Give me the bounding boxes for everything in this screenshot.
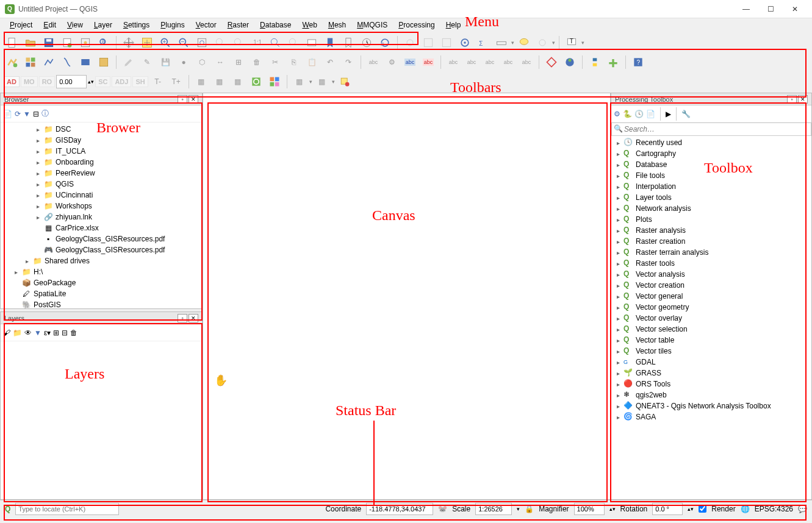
close-button[interactable]: ✕ bbox=[783, 1, 807, 18]
toolbox-item[interactable]: ▸QInterpolation bbox=[611, 181, 811, 192]
edit-button[interactable] bbox=[120, 54, 137, 71]
menu-mmqgis[interactable]: MMQGIS bbox=[352, 20, 392, 30]
browser-item[interactable]: ▦CarPrice.xlsx bbox=[1, 222, 202, 233]
tb3-colors-button[interactable] bbox=[266, 73, 283, 90]
toolbox-options-icon[interactable]: 🔧 bbox=[681, 110, 691, 118]
browser-item[interactable]: ▸📁Onboarding bbox=[1, 157, 202, 168]
new-map-view-button[interactable] bbox=[303, 34, 320, 51]
pan-button[interactable] bbox=[120, 34, 137, 51]
toolbox-item[interactable]: ▸QRaster creation bbox=[611, 236, 811, 247]
menu-web[interactable]: Web bbox=[297, 20, 322, 30]
identify-button[interactable]: a bbox=[95, 34, 112, 51]
label-abc2-button[interactable]: abc bbox=[401, 54, 419, 71]
browser-item[interactable]: ▸📁QGIS bbox=[1, 179, 202, 190]
zoom-layer-button[interactable] bbox=[230, 34, 247, 51]
redo-button[interactable]: ↷ bbox=[340, 54, 357, 71]
label-tool-5[interactable]: abc bbox=[518, 54, 535, 71]
browser-item[interactable]: 📦GeoPackage bbox=[1, 277, 202, 288]
layers-collapse-icon[interactable]: ⊟ bbox=[62, 329, 68, 337]
browser-item[interactable]: ▪GeologyClass_GISResources.pdf bbox=[1, 233, 202, 244]
tb3-btn-1[interactable]: ▦ bbox=[193, 73, 210, 90]
filter-browser-icon[interactable]: ▼ bbox=[23, 110, 31, 118]
tb3-green-button[interactable] bbox=[248, 73, 265, 90]
menu-plugins[interactable]: Plugins bbox=[156, 20, 189, 30]
refresh-browser-icon[interactable]: ⟳ bbox=[15, 110, 21, 118]
toolbox-item[interactable]: ▸QVector table bbox=[611, 335, 811, 346]
browser-close-button[interactable]: ✕ bbox=[189, 95, 198, 104]
new-virtual-button[interactable] bbox=[95, 54, 112, 71]
layers-close-button[interactable]: ✕ bbox=[189, 314, 198, 322]
toolbox-close-button[interactable]: ✕ bbox=[798, 95, 808, 104]
layers-remove-icon[interactable]: 🗑 bbox=[70, 329, 77, 337]
tb3-btn-3[interactable]: ▦ bbox=[229, 73, 246, 90]
menu-mesh[interactable]: Mesh bbox=[323, 20, 351, 30]
label-config-button[interactable]: ⚙ bbox=[383, 54, 400, 71]
browser-item[interactable]: ▸📁GISDay bbox=[1, 135, 202, 146]
new-project-button[interactable] bbox=[4, 34, 21, 51]
processing-toolbox-button[interactable] bbox=[456, 34, 473, 51]
browser-item[interactable]: 🎮GeologyClass_GISResources.pdf bbox=[1, 244, 202, 255]
browser-item[interactable]: ▸🔗zhiyuan.lnk bbox=[1, 212, 202, 222]
collapse-browser-icon[interactable]: ⊟ bbox=[33, 110, 39, 118]
t-minus-button[interactable]: T- bbox=[149, 73, 167, 90]
toolbox-item[interactable]: ▸QLayer tools bbox=[611, 192, 811, 203]
measure-button[interactable] bbox=[493, 34, 510, 51]
magnifier-input[interactable] bbox=[574, 503, 605, 515]
menu-edit[interactable]: Edit bbox=[38, 20, 61, 30]
browser-tree[interactable]: ▸📁DSC▸📁GISDay▸📁IT_UCLA▸📁Onboarding▸📁Peer… bbox=[1, 123, 202, 308]
new-geopackage-button[interactable] bbox=[77, 54, 94, 71]
toolbox-search-input[interactable] bbox=[611, 123, 811, 136]
field-calc-button[interactable] bbox=[438, 34, 455, 51]
undo-button[interactable]: ↶ bbox=[322, 54, 339, 71]
t-plus-button[interactable]: T+ bbox=[168, 73, 185, 90]
menu-help[interactable]: Help bbox=[441, 20, 466, 30]
zoom-native-button[interactable]: 1:1 bbox=[248, 34, 265, 51]
toolbox-item[interactable]: ▸QRaster analysis bbox=[611, 225, 811, 236]
label-tool-1[interactable]: abc bbox=[445, 54, 462, 71]
browser-item[interactable]: ▸📁Shared drives bbox=[1, 255, 202, 266]
refresh-button[interactable] bbox=[376, 34, 393, 51]
toolbox-item[interactable]: ▸🔷QNEAT3 - Qgis Network Analysis Toolbox bbox=[611, 400, 811, 411]
tb3-copy-button[interactable] bbox=[336, 73, 353, 90]
offset-input[interactable] bbox=[56, 75, 87, 88]
add-layer-icon[interactable]: 📄 bbox=[3, 110, 12, 118]
new-print-layout-button[interactable] bbox=[59, 34, 76, 51]
toolbox-edit-icon[interactable]: ▶ bbox=[666, 110, 671, 118]
label-abc1-button[interactable]: abc bbox=[365, 54, 382, 71]
zoom-in-button[interactable] bbox=[157, 34, 174, 51]
rotation-input[interactable] bbox=[652, 503, 683, 515]
browser-item[interactable]: 🐘PostGIS bbox=[1, 299, 202, 308]
select-button[interactable] bbox=[534, 34, 551, 51]
osm-button[interactable] bbox=[561, 54, 578, 71]
browser-item[interactable]: ▸📁UCincinnati bbox=[1, 190, 202, 201]
menu-layer[interactable]: Layer bbox=[89, 20, 117, 30]
label-tool-3[interactable]: abc bbox=[481, 54, 498, 71]
move-feature-button[interactable]: ↔ bbox=[212, 54, 229, 71]
browser-item[interactable]: ▸📁DSC bbox=[1, 124, 202, 135]
add-feature-button[interactable]: ● bbox=[175, 54, 192, 71]
toolbox-item[interactable]: ▸QVector overlay bbox=[611, 313, 811, 324]
digitize-button[interactable]: ⬡ bbox=[193, 54, 210, 71]
zoom-last-button[interactable] bbox=[267, 34, 284, 51]
toolbox-undock-button[interactable]: ▫ bbox=[787, 95, 797, 104]
bookmarks-button[interactable] bbox=[340, 34, 357, 51]
toggle-edit-button[interactable]: ✎ bbox=[138, 54, 156, 71]
locate-input[interactable] bbox=[15, 503, 119, 515]
zoom-selection-button[interactable] bbox=[212, 34, 229, 51]
layers-filter-icon[interactable]: ▼ bbox=[34, 329, 41, 337]
toolbox-item[interactable]: ▸QRaster tools bbox=[611, 258, 811, 269]
tb3-btn-5[interactable]: ▦ bbox=[314, 73, 331, 90]
layers-undock-button[interactable]: ▫ bbox=[178, 314, 187, 322]
toolbox-item[interactable]: ▸🌱GRASS bbox=[611, 368, 811, 379]
label-abc3-button[interactable]: abc bbox=[420, 54, 437, 71]
blank-button[interactable] bbox=[648, 54, 665, 71]
label-tool-2[interactable]: abc bbox=[463, 54, 480, 71]
menu-processing[interactable]: Processing bbox=[393, 20, 439, 30]
minimize-button[interactable]: — bbox=[734, 1, 758, 18]
label-tool-4[interactable]: abc bbox=[500, 54, 517, 71]
toolbox-history-icon[interactable]: 🕓 bbox=[634, 110, 644, 118]
browser-item[interactable]: 🖊SpatiaLite bbox=[1, 288, 202, 299]
toolbox-item[interactable]: ▸QPlots bbox=[611, 214, 811, 225]
new-bookmark-button[interactable] bbox=[322, 34, 339, 51]
messages-icon[interactable]: 💬 bbox=[798, 505, 807, 513]
